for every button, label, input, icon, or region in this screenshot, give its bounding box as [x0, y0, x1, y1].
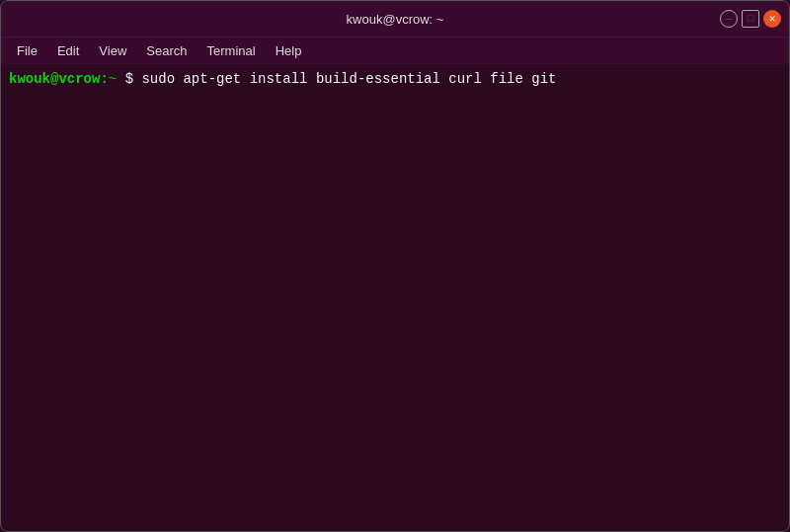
titlebar: kwouk@vcrow: ~ — □ ✕ [1, 1, 789, 37]
menu-terminal[interactable]: Terminal [199, 41, 264, 60]
terminal-window: kwouk@vcrow: ~ — □ ✕ File Edit View Sear… [0, 0, 790, 532]
menubar: File Edit View Search Terminal Help [1, 37, 789, 64]
menu-file[interactable]: File [9, 41, 45, 60]
terminal-command: sudo apt-get install build-essential cur… [133, 70, 556, 90]
terminal-line: kwouk@vcrow:~ $ sudo apt-get install bui… [9, 70, 781, 90]
prompt-user: kwouk@vcrow: [9, 70, 109, 90]
close-icon: ✕ [769, 14, 776, 25]
menu-help[interactable]: Help [268, 41, 310, 60]
menu-search[interactable]: Search [138, 41, 195, 60]
menu-view[interactable]: View [91, 41, 134, 60]
prompt-separator: ~ [109, 70, 117, 90]
prompt-dollar: $ [117, 70, 133, 90]
window-title: kwouk@vcrow: ~ [347, 12, 444, 27]
minimize-icon: — [726, 14, 733, 25]
terminal-body[interactable]: kwouk@vcrow:~ $ sudo apt-get install bui… [1, 64, 789, 531]
maximize-button[interactable]: □ [742, 10, 759, 28]
close-button[interactable]: ✕ [763, 10, 781, 28]
minimize-button[interactable]: — [720, 10, 738, 28]
menu-edit[interactable]: Edit [49, 41, 87, 60]
window-controls: — □ ✕ [720, 10, 781, 28]
maximize-icon: □ [748, 14, 754, 25]
